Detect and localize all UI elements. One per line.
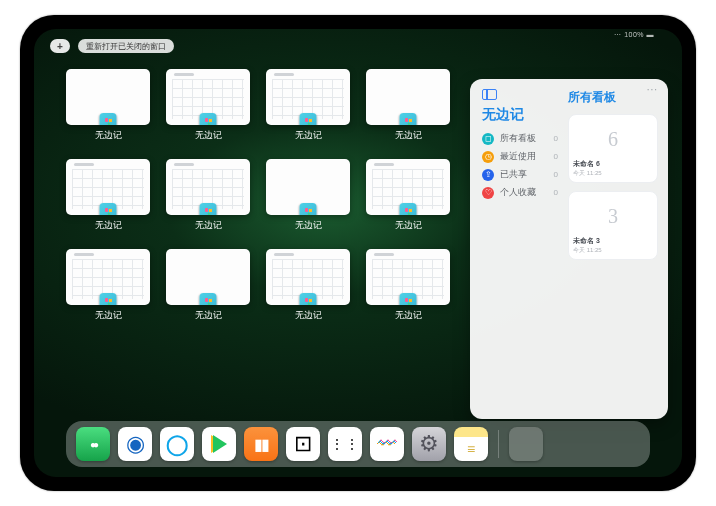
- window-label: 无边记: [295, 219, 322, 232]
- sidebar-row[interactable]: ⇪已共享0: [482, 168, 558, 181]
- game-icon[interactable]: [286, 427, 320, 461]
- panel-app-title: 无边记: [482, 106, 558, 124]
- window-thumbnail[interactable]: [166, 159, 250, 215]
- panel-left-column: 无边记 ◻所有看板0◷最近使用0⇪已共享0♡个人收藏0: [482, 89, 558, 411]
- window-tile[interactable]: 无边记: [264, 249, 352, 327]
- board-title: 未命名 6: [573, 159, 653, 169]
- category-count: 0: [554, 170, 558, 179]
- window-label: 无边记: [195, 129, 222, 142]
- window-thumbnail[interactable]: [66, 249, 150, 305]
- board-card[interactable]: 6未命名 6今天 11:25: [568, 114, 658, 183]
- board-thumbnail: 3: [573, 196, 653, 236]
- safari-icon[interactable]: [118, 427, 152, 461]
- freeform-app-icon: [300, 113, 317, 125]
- freeform-app-icon: [100, 113, 117, 125]
- freeform-app-icon: [100, 293, 117, 305]
- browser-icon[interactable]: [160, 427, 194, 461]
- board-timestamp: 今天 11:25: [573, 246, 653, 255]
- panel-more-icon[interactable]: ···: [647, 84, 658, 95]
- window-label: 无边记: [395, 219, 422, 232]
- category-count: 0: [554, 134, 558, 143]
- status-bar: ⋯ 100% ▬: [614, 31, 654, 39]
- category-count: 0: [554, 188, 558, 197]
- window-tile[interactable]: 无边记: [264, 159, 352, 237]
- panel-section-title: 所有看板: [568, 89, 658, 106]
- window-label: 无边记: [395, 129, 422, 142]
- app-library-icon[interactable]: [509, 427, 543, 461]
- window-grid: 无边记无边记无边记无边记无边记无边记无边记无边记无边记无边记无边记无边记: [64, 69, 452, 419]
- window-tile[interactable]: 无边记: [364, 249, 452, 327]
- category-label: 已共享: [500, 168, 527, 181]
- sidebar-row[interactable]: ♡个人收藏0: [482, 186, 558, 199]
- window-thumbnail[interactable]: [266, 249, 350, 305]
- window-label: 无边记: [295, 309, 322, 322]
- window-tile[interactable]: 无边记: [364, 69, 452, 147]
- window-thumbnail[interactable]: [66, 159, 150, 215]
- notes-icon[interactable]: [454, 427, 488, 461]
- board-title: 未命名 3: [573, 236, 653, 246]
- dock-separator: [498, 430, 499, 458]
- ipad-device: ⋯ 100% ▬ + 重新打开已关闭的窗口 无边记无边记无边记无边记无边记无边记…: [20, 15, 696, 491]
- window-tile[interactable]: 无边记: [264, 69, 352, 147]
- sidebar-row[interactable]: ◻所有看板0: [482, 132, 558, 145]
- freeform-app-icon: [200, 113, 217, 125]
- window-thumbnail[interactable]: [366, 249, 450, 305]
- window-thumbnail[interactable]: [366, 159, 450, 215]
- category-count: 0: [554, 152, 558, 161]
- board-card[interactable]: 3未命名 3今天 11:25: [568, 191, 658, 260]
- freeform-app-icon: [100, 203, 117, 215]
- window-thumbnail[interactable]: [166, 69, 250, 125]
- freeform-app-icon: [200, 293, 217, 305]
- window-label: 无边记: [195, 309, 222, 322]
- window-tile[interactable]: 无边记: [64, 69, 152, 147]
- freeform-app-icon: [400, 293, 417, 305]
- category-icon: ◻: [482, 133, 494, 145]
- window-tile[interactable]: 无边记: [164, 69, 252, 147]
- window-tile[interactable]: 无边记: [164, 249, 252, 327]
- sidebar-icon: [482, 89, 497, 100]
- window-label: 无边记: [195, 219, 222, 232]
- content-area: 无边记无边记无边记无边记无边记无边记无边记无边记无边记无边记无边记无边记 ···…: [64, 69, 668, 419]
- reopen-closed-window-button[interactable]: 重新打开已关闭的窗口: [78, 39, 174, 53]
- category-label: 最近使用: [500, 150, 536, 163]
- wechat-icon[interactable]: [76, 427, 110, 461]
- grid-app-icon[interactable]: [328, 427, 362, 461]
- category-icon: ⇪: [482, 169, 494, 181]
- settings-icon[interactable]: [412, 427, 446, 461]
- window-label: 无边记: [95, 129, 122, 142]
- freeform-preview-panel[interactable]: ··· 无边记 ◻所有看板0◷最近使用0⇪已共享0♡个人收藏0 所有看板 6未命…: [470, 79, 668, 419]
- window-tile[interactable]: 无边记: [164, 159, 252, 237]
- freeform-app-icon: [200, 203, 217, 215]
- category-icon: ♡: [482, 187, 494, 199]
- window-tile[interactable]: 无边记: [364, 159, 452, 237]
- screen: ⋯ 100% ▬ + 重新打开已关闭的窗口 无边记无边记无边记无边记无边记无边记…: [34, 29, 682, 477]
- window-label: 无边记: [295, 129, 322, 142]
- freeform-app-icon: [400, 113, 417, 125]
- freeform-app-icon: [300, 203, 317, 215]
- window-thumbnail[interactable]: [166, 249, 250, 305]
- board-thumbnail: 6: [573, 119, 653, 159]
- window-thumbnail[interactable]: [366, 69, 450, 125]
- freeform-app-icon: [400, 203, 417, 215]
- window-label: 无边记: [95, 219, 122, 232]
- board-timestamp: 今天 11:25: [573, 169, 653, 178]
- category-label: 个人收藏: [500, 186, 536, 199]
- window-thumbnail[interactable]: [266, 69, 350, 125]
- category-icon: ◷: [482, 151, 494, 163]
- freeform-app-icon: [300, 293, 317, 305]
- new-window-button[interactable]: +: [50, 39, 70, 53]
- window-thumbnail[interactable]: [266, 159, 350, 215]
- video-icon[interactable]: [202, 427, 236, 461]
- window-thumbnail[interactable]: [66, 69, 150, 125]
- window-label: 无边记: [395, 309, 422, 322]
- sidebar-row[interactable]: ◷最近使用0: [482, 150, 558, 163]
- panel-right-column: 所有看板 6未命名 6今天 11:253未命名 3今天 11:25: [568, 89, 658, 411]
- top-bar: + 重新打开已关闭的窗口: [50, 39, 174, 53]
- category-label: 所有看板: [500, 132, 536, 145]
- window-tile[interactable]: 无边记: [64, 249, 152, 327]
- window-label: 无边记: [95, 309, 122, 322]
- freeform-icon[interactable]: [370, 427, 404, 461]
- dock: [66, 421, 650, 467]
- books-icon[interactable]: [244, 427, 278, 461]
- window-tile[interactable]: 无边记: [64, 159, 152, 237]
